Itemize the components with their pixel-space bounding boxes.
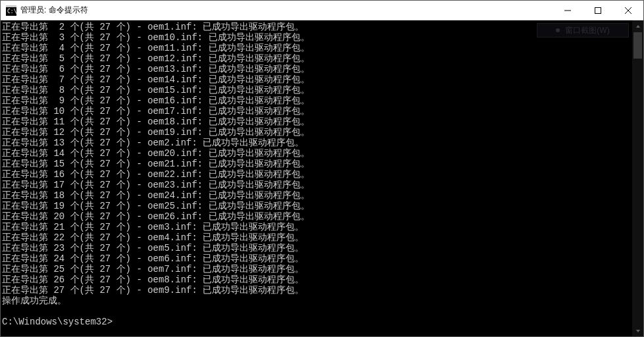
window-title: 管理员: 命令提示符 [20,5,88,16]
window-controls [553,1,643,20]
maximize-button[interactable] [583,1,613,20]
cmd-icon: C:\ [6,5,16,16]
vertical-scrollbar[interactable] [632,20,643,336]
scroll-up-icon[interactable] [632,20,643,32]
svg-rect-4 [595,7,601,13]
scroll-down-icon[interactable] [632,325,643,336]
close-button[interactable] [613,1,643,20]
screenshot-overlay-button[interactable]: 窗口截图(W) [537,23,629,38]
console-area: 窗口截图(W) 正在导出第 2 个(共 27 个) - oem1.inf: 已成… [1,20,643,336]
svg-rect-1 [6,5,16,7]
scroll-thumb[interactable] [633,32,642,59]
console-output[interactable]: 正在导出第 2 个(共 27 个) - oem1.inf: 已成功导出驱动程序包… [1,20,632,336]
minimize-button[interactable] [553,1,583,20]
screenshot-overlay-label: 窗口截图(W) [565,25,609,36]
recording-dot-icon [556,28,560,32]
svg-text:C:\: C:\ [7,9,16,14]
titlebar[interactable]: C:\ 管理员: 命令提示符 [1,1,643,20]
